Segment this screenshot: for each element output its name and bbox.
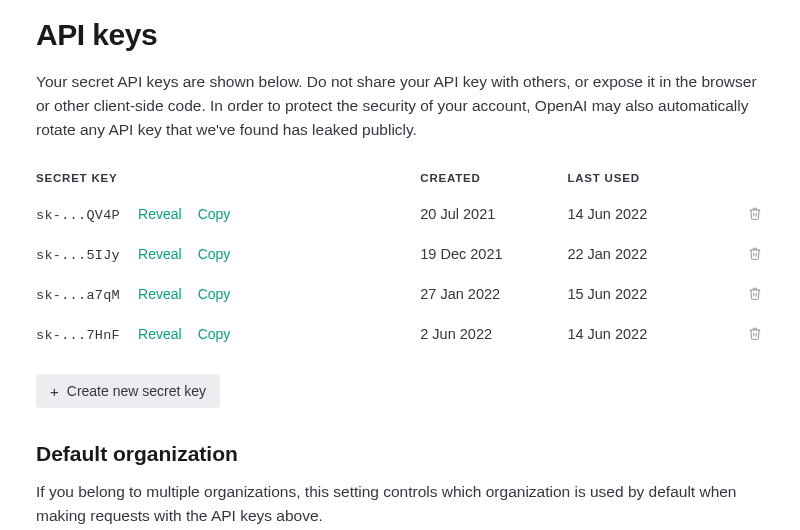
default-org-title: Default organization <box>36 442 764 466</box>
create-secret-key-button[interactable]: + Create new secret key <box>36 374 220 408</box>
last-used-date: 22 Jan 2022 <box>567 234 741 274</box>
key-masked: sk-...a7qM <box>36 288 120 303</box>
key-masked: sk-...7HnF <box>36 328 120 343</box>
plus-icon: + <box>50 384 59 399</box>
last-used-date: 15 Jun 2022 <box>567 274 741 314</box>
col-header-secret-key: SECRET KEY <box>36 164 420 194</box>
created-date: 20 Jul 2021 <box>420 194 567 234</box>
created-date: 19 Dec 2021 <box>420 234 567 274</box>
reveal-link[interactable]: Reveal <box>138 206 182 222</box>
table-header-row: SECRET KEY CREATED LAST USED <box>36 164 764 194</box>
last-used-date: 14 Jun 2022 <box>567 194 741 234</box>
trash-icon <box>748 246 762 261</box>
copy-link[interactable]: Copy <box>198 286 231 302</box>
key-masked: sk-...QV4P <box>36 208 120 223</box>
col-header-created: CREATED <box>420 164 567 194</box>
create-key-label: Create new secret key <box>67 383 206 399</box>
created-date: 27 Jan 2022 <box>420 274 567 314</box>
last-used-date: 14 Jun 2022 <box>567 314 741 354</box>
reveal-link[interactable]: Reveal <box>138 286 182 302</box>
col-header-last-used: LAST USED <box>567 164 741 194</box>
table-row: sk-...QV4P Reveal Copy 20 Jul 2021 14 Ju… <box>36 194 764 234</box>
delete-button[interactable] <box>746 284 764 303</box>
table-row: sk-...7HnF Reveal Copy 2 Jun 2022 14 Jun… <box>36 314 764 354</box>
delete-button[interactable] <box>746 324 764 343</box>
reveal-link[interactable]: Reveal <box>138 246 182 262</box>
delete-button[interactable] <box>746 204 764 223</box>
table-row: sk-...a7qM Reveal Copy 27 Jan 2022 15 Ju… <box>36 274 764 314</box>
trash-icon <box>748 206 762 221</box>
table-row: sk-...5IJy Reveal Copy 19 Dec 2021 22 Ja… <box>36 234 764 274</box>
key-masked: sk-...5IJy <box>36 248 120 263</box>
trash-icon <box>748 286 762 301</box>
page-description: Your secret API keys are shown below. Do… <box>36 70 764 142</box>
api-keys-table: SECRET KEY CREATED LAST USED sk-...QV4P … <box>36 164 764 354</box>
page-title: API keys <box>36 18 764 52</box>
reveal-link[interactable]: Reveal <box>138 326 182 342</box>
copy-link[interactable]: Copy <box>198 206 231 222</box>
default-org-description: If you belong to multiple organizations,… <box>36 480 764 528</box>
copy-link[interactable]: Copy <box>198 326 231 342</box>
copy-link[interactable]: Copy <box>198 246 231 262</box>
delete-button[interactable] <box>746 244 764 263</box>
created-date: 2 Jun 2022 <box>420 314 567 354</box>
trash-icon <box>748 326 762 341</box>
